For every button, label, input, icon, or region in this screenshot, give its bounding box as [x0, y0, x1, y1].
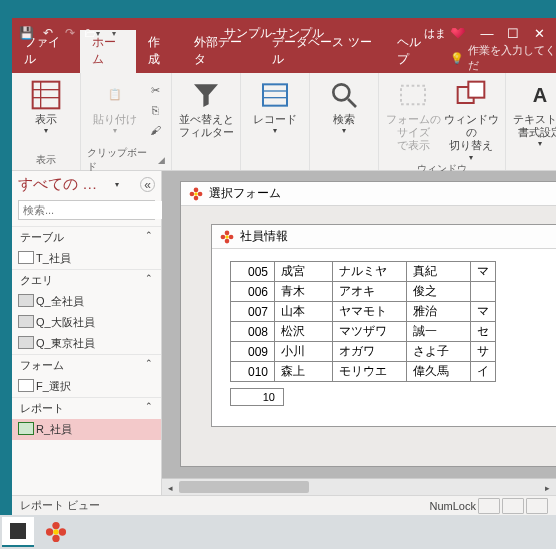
qat-customize-icon[interactable]: ▾ — [104, 23, 124, 43]
nav-item-q-all[interactable]: Q_全社員 — [12, 291, 161, 312]
nav-header[interactable]: すべての … ▾ « — [12, 171, 161, 198]
nav-group-forms[interactable]: フォーム⌃ — [12, 354, 161, 376]
tab-external-data[interactable]: 外部データ — [182, 30, 260, 73]
copy-button[interactable]: ⎘ — [145, 101, 165, 119]
find-button[interactable]: 検索 ▾ — [316, 77, 372, 136]
ribbon-group-view: 表示 ▾ 表示 — [12, 73, 81, 170]
cell-id[interactable]: 005 — [231, 262, 275, 282]
nav-item-q-osaka[interactable]: Q_大阪社員 — [12, 312, 161, 333]
cell-c4[interactable]: マ — [471, 302, 496, 322]
cell-c1[interactable]: 山本 — [275, 302, 333, 322]
svg-point-13 — [198, 191, 203, 196]
cell-c2[interactable]: マツザワ — [333, 322, 407, 342]
paste-button[interactable]: 📋 貼り付け ▾ — [87, 77, 143, 136]
group-label-clipboard: クリップボード — [87, 146, 152, 174]
nav-title: すべての … — [18, 175, 97, 194]
format-painter-button[interactable]: 🖌 — [145, 121, 165, 139]
cell-c2[interactable]: オガワ — [333, 342, 407, 362]
nav-item-q-tokyo[interactable]: Q_東京社員 — [12, 333, 161, 354]
switch-windows-button[interactable]: ウィンドウの 切り替え ▾ — [443, 77, 499, 162]
cell-c2[interactable]: ヤマモト — [333, 302, 407, 322]
cell-c3[interactable]: 真紀 — [407, 262, 471, 282]
folder-open-icon[interactable]: 🗁▾ — [82, 23, 102, 43]
tab-create[interactable]: 作成 — [136, 30, 182, 73]
nav-group-tables[interactable]: テーブル⌃ — [12, 226, 161, 248]
subform-titlebar[interactable]: 社員情報 — — [212, 225, 556, 249]
table-row[interactable]: 010森上モリウエ偉久馬イ — [231, 362, 496, 382]
collapse-nav-icon[interactable]: « — [140, 177, 155, 192]
table-row[interactable]: 005成宮ナルミヤ真紀マ — [231, 262, 496, 282]
records-button[interactable]: レコード ▾ — [247, 77, 303, 136]
cell-c2[interactable]: モリウエ — [333, 362, 407, 382]
cell-c4[interactable]: セ — [471, 322, 496, 342]
form-titlebar[interactable]: 選択フォーム — [181, 182, 556, 206]
group-label-view: 表示 — [36, 152, 56, 168]
cell-c4[interactable] — [471, 282, 496, 302]
layout-view-button[interactable] — [526, 498, 548, 514]
redo-icon[interactable]: ↷ — [60, 23, 80, 43]
cell-c1[interactable]: 森上 — [275, 362, 333, 382]
cell-c1[interactable]: 成宮 — [275, 262, 333, 282]
ribbon-group-sort: 並べ替えと フィルター — [172, 73, 241, 170]
cell-c2[interactable]: アオキ — [333, 282, 407, 302]
size-to-fit-button[interactable]: フォームのサイズ で表示 — [385, 77, 441, 153]
cell-c3[interactable]: さよ子 — [407, 342, 471, 362]
nav-item-t-emp[interactable]: T_社員 — [12, 248, 161, 269]
lightbulb-icon: 💡 — [450, 52, 464, 65]
tab-database-tools[interactable]: データベース ツール — [260, 30, 385, 73]
nav-item-f-sel[interactable]: F_選択 — [12, 376, 161, 397]
text-format-button[interactable]: A テキストの 書式設定 ▾ — [512, 77, 556, 149]
nav-item-r-emp[interactable]: R_社員 — [12, 419, 161, 440]
cell-id[interactable]: 008 — [231, 322, 275, 342]
subform-window: 社員情報 — 005成宮ナルミヤ真紀マ006青木アオキ俊之007山本ヤマモト雅治… — [211, 224, 556, 427]
sort-filter-label: 並べ替えと フィルター — [179, 113, 234, 139]
scroll-left-icon[interactable]: ◂ — [162, 479, 179, 495]
table-row[interactable]: 006青木アオキ俊之 — [231, 282, 496, 302]
taskbar-app-2[interactable] — [40, 517, 72, 547]
nav-search: 🔍 — [18, 200, 155, 220]
cell-id[interactable]: 006 — [231, 282, 275, 302]
report-view-button[interactable] — [478, 498, 500, 514]
scroll-thumb[interactable] — [179, 481, 309, 493]
table-row[interactable]: 009小川オガワさよ子サ — [231, 342, 496, 362]
cell-id[interactable]: 010 — [231, 362, 275, 382]
search-input[interactable] — [19, 201, 165, 219]
tell-me-search[interactable]: 💡 作業を入力してくだ — [442, 43, 556, 73]
datasheet-view-icon — [30, 79, 62, 111]
record-navigator[interactable]: 10 — [230, 388, 284, 406]
horizontal-scrollbar[interactable]: ◂ ▸ — [162, 478, 556, 495]
sort-filter-button[interactable]: 並べ替えと フィルター — [178, 77, 234, 139]
nav-group-queries[interactable]: クエリ⌃ — [12, 269, 161, 291]
record-count: 10 — [263, 391, 275, 403]
tab-help[interactable]: ヘルプ — [385, 30, 442, 73]
undo-icon[interactable]: ↶ — [38, 23, 58, 43]
paste-label: 貼り付け — [93, 113, 137, 126]
cell-c1[interactable]: 松沢 — [275, 322, 333, 342]
cell-id[interactable]: 009 — [231, 342, 275, 362]
nav-group-reports[interactable]: レポート⌃ — [12, 397, 161, 419]
cut-button[interactable]: ✂ — [145, 81, 165, 99]
cell-c3[interactable]: 雅治 — [407, 302, 471, 322]
cell-c1[interactable]: 青木 — [275, 282, 333, 302]
records-label: レコード — [253, 113, 297, 126]
cell-id[interactable]: 007 — [231, 302, 275, 322]
cell-c3[interactable]: 誠一 — [407, 322, 471, 342]
save-icon[interactable]: 💾 — [16, 23, 36, 43]
numlock-label: NumLock — [430, 500, 476, 512]
cell-c3[interactable]: 偉久馬 — [407, 362, 471, 382]
cell-c4[interactable]: サ — [471, 342, 496, 362]
view-button[interactable]: 表示 ▾ — [18, 77, 74, 136]
cell-c1[interactable]: 小川 — [275, 342, 333, 362]
cell-c2[interactable]: ナルミヤ — [333, 262, 407, 282]
taskbar-app-1[interactable] — [2, 517, 34, 547]
table-row[interactable]: 007山本ヤマモト雅治マ — [231, 302, 496, 322]
cell-c4[interactable]: イ — [471, 362, 496, 382]
dialog-launcher-icon[interactable]: ◢ — [158, 155, 165, 165]
cell-c3[interactable]: 俊之 — [407, 282, 471, 302]
scroll-right-icon[interactable]: ▸ — [539, 479, 556, 495]
svg-point-12 — [194, 187, 199, 192]
print-preview-button[interactable] — [502, 498, 524, 514]
table-row[interactable]: 008松沢マツザワ誠一セ — [231, 322, 496, 342]
cell-c4[interactable]: マ — [471, 262, 496, 282]
ribbon: 表示 ▾ 表示 📋 貼り付け ▾ ✂ ⎘ 🖌 クリップボード◢ — [12, 73, 556, 171]
